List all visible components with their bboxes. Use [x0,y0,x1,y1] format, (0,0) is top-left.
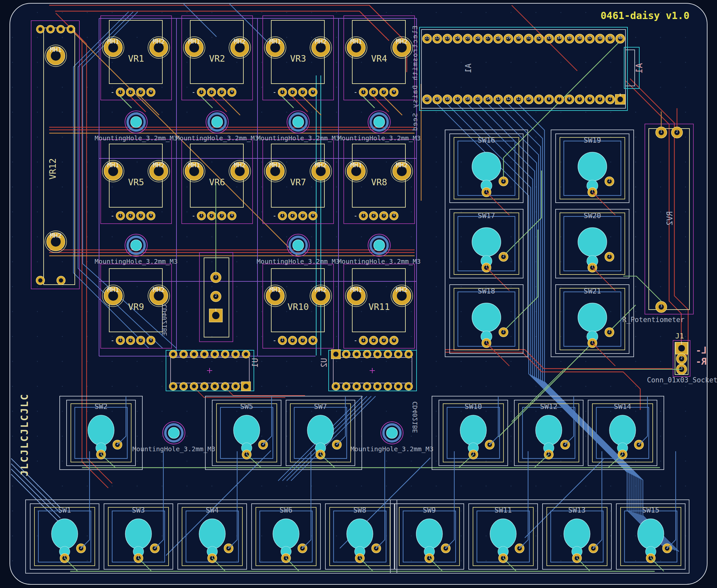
mh-label: MH1 [107,286,119,294]
pad-hole [376,384,379,388]
pad-hole [344,352,348,356]
pad-hole [59,27,63,31]
pad-number: 1 [120,89,121,93]
j1-ref: J1 [675,332,684,340]
pad-number: 2 [373,338,375,341]
switch-ref-label: SW8 [353,506,366,514]
pad-number: 3 [660,304,662,308]
pad-hole [407,384,410,388]
switch-ref-label: SW19 [584,136,601,144]
minus-mark: - [354,88,358,96]
pad-hole [365,352,369,356]
mh-label: MH2 [50,232,62,239]
pad-number: 1 [660,130,662,133]
pad-number: 22 [435,36,439,40]
switch-cutout [199,519,225,549]
pad-number: 1 [215,308,217,312]
mh-label: MH2 [396,161,408,169]
switch-ref-label: SW20 [584,211,601,220]
pad-number: 28 [496,36,500,40]
minus-mark: - [273,336,276,344]
minus-mark: - [192,88,195,96]
pad-number: 1 [201,213,203,217]
switch-ref-label: SW16 [478,136,495,144]
vr-ref-label: VR3 [290,54,307,64]
vr-ref-label: VR5 [128,177,144,187]
switch-cutout [535,415,562,445]
switch-cutout [564,519,590,549]
pad-hole [192,384,196,388]
switch-cutout [490,519,516,549]
pad-hole [182,384,186,388]
pad-hole [355,384,358,388]
pad-number: 23 [445,36,449,40]
switch-cutout [578,228,607,256]
pad-number: 40 [618,36,622,40]
switch-cutout [88,415,114,445]
vr-ref-label: VR11 [368,302,390,312]
pad-number: 4 [312,213,314,217]
pad-number: 8 [548,97,550,100]
pad-number: 4 [312,338,314,341]
pad-number: 4 [231,213,233,217]
switch-ref-label: SW3 [132,506,145,514]
pad-hole [376,352,379,356]
net-label-right: R- [696,356,707,367]
pad-hole [59,278,63,283]
pad-number: 4 [231,89,233,93]
pad-hole [344,384,348,388]
pcb-drawing: MH1MH2VR1-1234MH1MH2VR2-1234MH1MH2VR3-12… [0,0,717,588]
pad-number: 20 [425,97,429,100]
pad-number: 10 [527,97,531,100]
pad-number: 1 [120,338,121,341]
switch-cutout [125,519,151,549]
switch-cutout [234,415,260,445]
drill-hole [168,427,180,438]
pad-hole [396,384,400,388]
vr-ref-label: VR1 [128,54,144,64]
pad-number: 27 [486,36,490,40]
mounting-hole-label: MountingHole_3.2mm_M3 [176,134,259,142]
switch-ref-label: SW9 [423,506,436,514]
mh-label: MH1 [350,161,362,169]
pad-number: 4 [393,89,395,93]
switch-ref-label: SW21 [584,287,601,295]
mounting-hole-label: MountingHole_3.2mm_M3 [338,134,421,142]
pad-number: 3 [215,275,217,278]
mh-label: MH1 [107,37,119,45]
net-label-left: L- [696,345,707,356]
fab-code-text: JLCJLCJLCJLC [19,393,30,476]
board-title: 0461-daisy v1.0 [600,10,690,21]
pad-number: 21 [425,36,429,40]
pad-number: 1 [281,338,283,341]
switch-ref-label: SW4 [206,506,219,514]
pad-number: 24 [456,36,460,40]
pad-hole [38,27,42,31]
pad-number: 3 [383,213,385,217]
switch-ref-label: SW1 [58,506,71,514]
switch-ref-label: SW15 [642,506,660,514]
vr-ref-label: VR4 [371,54,387,64]
pad-number: 37 [588,36,592,40]
daisy-seed-silk-text: Electrosmith Daisy Seed [411,26,419,131]
mh-label: MH2 [234,37,246,45]
pad-number: 2 [130,338,131,341]
switch-cutout [472,228,501,256]
pad-number: 3 [140,338,142,341]
pad-number: 3 [383,338,385,341]
pad-hole [333,352,338,357]
vr-ref-label: VR10 [287,302,309,312]
mh-label: MH1 [269,37,281,45]
pad-number: 2 [211,89,213,93]
mh-label: MH2 [153,286,165,294]
mounting-hole-label: MountingHole_3.2mm_M3 [132,445,215,453]
pad-number: 4 [393,338,395,341]
pad-number: 12 [506,97,510,100]
mh-label: MH1 [269,161,281,169]
drill-hole [374,240,385,251]
switch-cutout [578,303,607,332]
vr-ref-label: VR6 [209,177,225,187]
pad-number: 3 [221,213,223,217]
switch-cutout [460,415,486,445]
switch-cutout [578,152,607,181]
